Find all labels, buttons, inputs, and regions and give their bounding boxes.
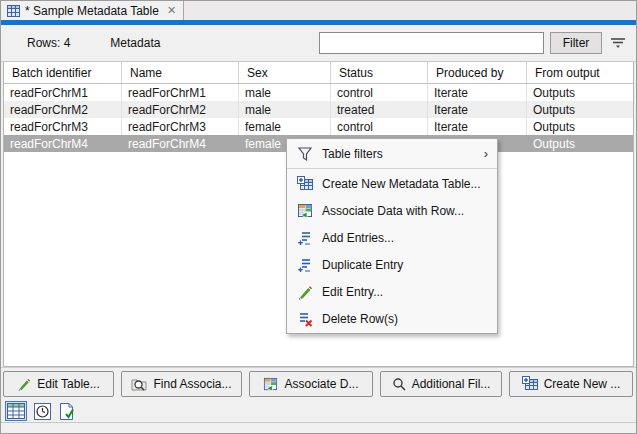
cell-status[interactable]: control <box>331 84 428 101</box>
edit-pencil-icon <box>297 284 313 300</box>
status-strip <box>1 422 636 434</box>
associate-data-button[interactable]: Associate D... <box>249 371 373 397</box>
cell-from-output[interactable]: Outputs <box>527 118 633 135</box>
new-table-icon <box>297 176 313 192</box>
table-row[interactable]: readForChrM3 readForChrM3 female control… <box>4 118 633 135</box>
additional-filtering-button[interactable]: Additional Fil... <box>380 371 502 397</box>
cell-from-output[interactable]: Outputs <box>527 84 633 101</box>
cell-status[interactable]: control <box>331 118 428 135</box>
column-header-status[interactable]: Status <box>331 62 428 83</box>
funnel-icon <box>297 146 313 162</box>
table-view-icon <box>7 403 25 419</box>
column-header-produced-by[interactable]: Produced by <box>428 62 527 83</box>
column-header-batch-identifier[interactable]: Batch identifier <box>4 62 122 83</box>
menu-item-table-filters[interactable]: Table filters › <box>287 140 497 167</box>
menu-item-edit-entry[interactable]: Edit Entry... <box>287 278 497 305</box>
cell-produced-by[interactable]: Iterate <box>428 118 527 135</box>
rows-count-label: Rows: 4 <box>27 36 70 50</box>
tab-bar: * Sample Metadata Table ✕ <box>1 1 636 20</box>
create-new-metadata-table-button[interactable]: Create New ... <box>509 371 633 397</box>
edit-pencil-icon <box>17 377 31 391</box>
menu-item-associate-data-with-row[interactable]: Associate Data with Row... <box>287 197 497 224</box>
row-context-menu: Table filters › Create New Metadata Tabl… <box>286 138 498 334</box>
duplicate-entry-icon <box>297 257 313 273</box>
menu-item-add-entries[interactable]: Add Entries... <box>287 224 497 251</box>
cell-produced-by[interactable]: Iterate <box>428 84 527 101</box>
table-toolbar: Rows: 4 Metadata Filter <box>1 25 636 62</box>
delete-rows-icon <box>297 311 313 327</box>
cell-batch[interactable]: readForChrM3 <box>4 118 122 135</box>
table-header-row: Batch identifier Name Sex Status Produce… <box>4 62 633 84</box>
document-check-icon <box>58 403 75 420</box>
metadata-table-window: * Sample Metadata Table ✕ Rows: 4 Metada… <box>0 0 637 434</box>
cell-sex[interactable]: male <box>239 84 331 101</box>
add-entries-icon <box>297 230 313 246</box>
cell-name[interactable]: readForChrM3 <box>122 118 239 135</box>
edit-table-button[interactable]: Edit Table... <box>3 371 114 397</box>
menu-item-delete-rows[interactable]: Delete Row(s) <box>287 305 497 332</box>
filter-search-input[interactable] <box>319 32 544 54</box>
filter-collapse-icon[interactable] <box>610 37 626 49</box>
column-header-name[interactable]: Name <box>122 62 239 83</box>
table-row[interactable]: readForChrM1 readForChrM1 male control I… <box>4 84 633 101</box>
history-view-button[interactable] <box>34 403 51 420</box>
tab-close-icon[interactable]: ✕ <box>167 4 176 17</box>
clock-icon <box>34 403 51 420</box>
menu-item-duplicate-entry[interactable]: Duplicate Entry <box>287 251 497 278</box>
cell-name[interactable]: readForChrM4 <box>122 135 239 152</box>
cell-from-output[interactable]: Outputs <box>527 135 633 152</box>
cell-produced-by[interactable]: Iterate <box>428 101 527 118</box>
associate-data-icon <box>263 377 278 392</box>
associate-data-icon <box>297 203 313 219</box>
table-row[interactable]: readForChrM2 readForChrM2 male treated I… <box>4 101 633 118</box>
element-type-label: Metadata <box>110 36 160 50</box>
footer-button-bar: Edit Table... Find Associa... <box>1 367 636 400</box>
table-view-button[interactable] <box>5 401 27 421</box>
menu-separator <box>287 168 497 169</box>
filter-button[interactable]: Filter <box>550 32 602 54</box>
submenu-arrow-icon: › <box>484 146 488 161</box>
cell-name[interactable]: readForChrM2 <box>122 101 239 118</box>
find-associated-data-button[interactable]: Find Associa... <box>121 371 242 397</box>
cell-status[interactable]: treated <box>331 101 428 118</box>
column-header-from-output[interactable]: From output <box>527 62 633 83</box>
cell-name[interactable]: readForChrM1 <box>122 84 239 101</box>
new-table-icon <box>522 376 538 392</box>
column-header-sex[interactable]: Sex <box>239 62 331 83</box>
cell-sex[interactable]: male <box>239 101 331 118</box>
view-mode-bar <box>1 400 636 422</box>
tab-sample-metadata-table[interactable]: * Sample Metadata Table ✕ <box>1 1 184 20</box>
table-grid-icon <box>7 5 20 17</box>
element-info-view-button[interactable] <box>58 403 75 420</box>
magnifier-icon <box>392 377 406 391</box>
cell-from-output[interactable]: Outputs <box>527 101 633 118</box>
cell-batch[interactable]: readForChrM1 <box>4 84 122 101</box>
tab-title: * Sample Metadata Table <box>25 4 159 18</box>
cell-sex[interactable]: female <box>239 118 331 135</box>
menu-item-create-new-metadata-table[interactable]: Create New Metadata Table... <box>287 170 497 197</box>
cell-batch[interactable]: readForChrM4 <box>4 135 122 152</box>
find-folder-magnifier-icon <box>131 377 147 391</box>
cell-batch[interactable]: readForChrM2 <box>4 101 122 118</box>
